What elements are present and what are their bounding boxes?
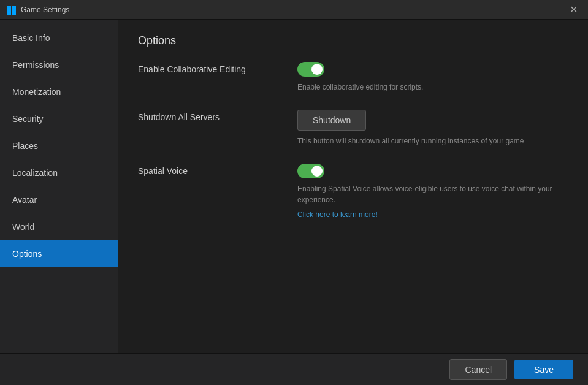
option-row-spatial-voice: Spatial Voice Enabling Spatial Voice all… — [138, 164, 568, 219]
option-row-collaborative-editing: Enable Collaborative Editing Enable coll… — [138, 62, 568, 93]
sidebar-item-options[interactable]: Options — [0, 240, 118, 267]
titlebar-left: Game Settings — [6, 5, 69, 15]
svg-rect-2 — [7, 10, 11, 15]
option-label-collaborative-editing: Enable Collaborative Editing — [138, 64, 273, 74]
shutdown-button[interactable]: Shutdown — [297, 110, 366, 131]
toggle-knob-collaborative — [311, 64, 323, 75]
page-title: Options — [138, 34, 568, 47]
sidebar-item-monetization[interactable]: Monetization — [0, 78, 118, 105]
desc-spatial-voice: Enabling Spatial Voice allows voice-elig… — [297, 183, 568, 205]
svg-rect-0 — [7, 6, 11, 10]
toggle-track-spatial — [297, 164, 324, 178]
sidebar-item-avatar[interactable]: Avatar — [0, 186, 118, 213]
titlebar: Game Settings ✕ — [0, 0, 588, 20]
sidebar-item-basic-info[interactable]: Basic Info — [0, 25, 118, 51]
desc-collaborative-editing: Enable collaborative editing for scripts… — [297, 82, 568, 93]
main-container: Basic Info Permissions Monetization Secu… — [0, 20, 588, 353]
svg-rect-3 — [12, 10, 16, 15]
option-label-spatial-voice: Spatial Voice — [138, 166, 273, 176]
cancel-button[interactable]: Cancel — [449, 359, 507, 380]
save-button[interactable]: Save — [514, 360, 573, 379]
spatial-voice-learn-more-link[interactable]: Click here to learn more! — [297, 210, 568, 219]
toggle-collaborative-editing[interactable] — [297, 62, 324, 77]
footer: Cancel Save — [0, 353, 588, 385]
option-row-shutdown: Shutdown All Servers Shutdown This butto… — [138, 110, 568, 147]
sidebar-item-permissions[interactable]: Permissions — [0, 51, 118, 78]
content-area: Options Enable Collaborative Editing Ena… — [118, 20, 588, 353]
sidebar-item-security[interactable]: Security — [0, 105, 118, 132]
sidebar-item-places[interactable]: Places — [0, 132, 118, 159]
toggle-track-collaborative — [297, 62, 324, 77]
sidebar-item-world[interactable]: World — [0, 213, 118, 240]
sidebar-item-localization[interactable]: Localization — [0, 159, 118, 186]
svg-rect-1 — [12, 6, 16, 10]
desc-shutdown: This button will shutdown all currently … — [297, 135, 568, 147]
titlebar-title: Game Settings — [21, 6, 69, 14]
app-icon — [6, 5, 16, 15]
toggle-spatial-voice[interactable] — [297, 164, 324, 178]
sidebar: Basic Info Permissions Monetization Secu… — [0, 20, 118, 353]
close-button[interactable]: ✕ — [565, 1, 582, 18]
option-label-shutdown: Shutdown All Servers — [138, 112, 273, 122]
toggle-knob-spatial — [311, 166, 323, 177]
